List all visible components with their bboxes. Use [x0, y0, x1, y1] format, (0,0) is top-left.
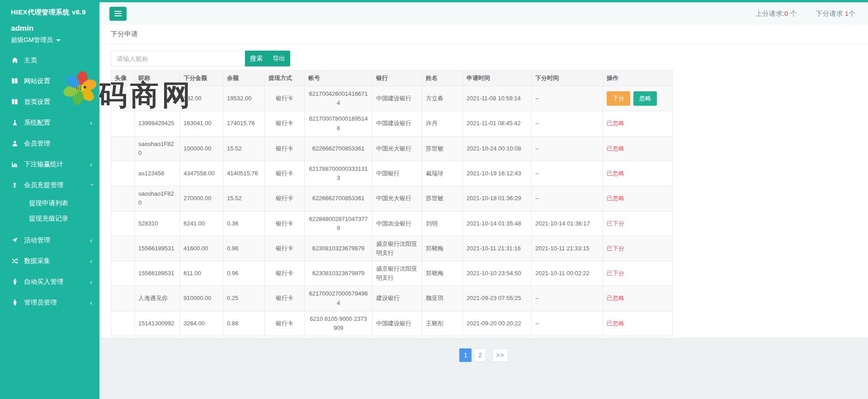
table-row: saoshao1F820 100000.00 15.52 银行卡 6226662…: [111, 136, 673, 161]
sidebar-item-bet-stats[interactable]: 下注输赢统计: [0, 154, 99, 174]
ignore-button[interactable]: 忽略: [633, 91, 657, 106]
chevron-left-icon: [90, 160, 92, 168]
sidebar-item-system-config[interactable]: 系统配置: [0, 112, 99, 133]
cell-bank: 中国农业银行: [373, 211, 422, 236]
cell-amount: 4347558.00: [180, 161, 223, 186]
cell-name: 苏世敏: [422, 136, 463, 161]
member-icon: [11, 140, 19, 147]
sidebar-item-activity-manage[interactable]: 活动管理: [0, 230, 99, 250]
sidebar-item-member-manage[interactable]: 会员管理: [0, 133, 99, 154]
sidebar-item-site-settings[interactable]: 网站设置: [0, 70, 99, 91]
cell-account: 6217000780001695148: [305, 111, 373, 136]
cell-avatar: [111, 236, 135, 261]
cell-action: 已下分: [603, 211, 673, 236]
cell-amount: 41600.00: [180, 236, 223, 261]
sidebar-item-label: 会员管理: [24, 139, 50, 148]
homepage-settings-icon: [11, 98, 19, 105]
hamburger-icon: [114, 11, 122, 12]
cell-balance: 4140515.76: [223, 161, 265, 186]
col-down-time: 下分时间: [532, 70, 603, 86]
sidebar-item-home[interactable]: 主页: [0, 50, 99, 70]
table-row: 人海遇见你 910000.00 0.25 银行卡 621700027000579…: [111, 286, 673, 311]
cell-down-time: --: [532, 161, 603, 186]
cell-amount: 532.00: [180, 86, 223, 111]
cell-account: 6210 8105 9000 2373 909: [305, 311, 373, 336]
cell-down-time: --: [532, 286, 603, 311]
col-nickname: 昵称: [135, 70, 180, 86]
cell-balance: 15.52: [223, 136, 265, 161]
table-row: 532.00 19532.00 银行卡 6217004260014166714 …: [111, 86, 673, 111]
cell-account: 6226662700853361: [305, 136, 373, 161]
col-account: 帐号: [305, 70, 373, 86]
sidebar-item-label: 管理员管理: [24, 298, 57, 307]
table-row: 15566189531 41600.00 0.96 银行卡 6230810323…: [111, 236, 673, 261]
cell-avatar: [111, 86, 135, 111]
admin-manage-icon: [11, 299, 19, 306]
page-button-1[interactable]: 1: [459, 348, 472, 362]
cell-bank: 中国建设银行: [373, 111, 422, 136]
cell-method: 银行卡: [265, 286, 305, 311]
user-role-label: 超级GM管理员: [11, 36, 53, 44]
top-navbar: 上分请求:0 个 下分请求 1个: [99, 0, 868, 25]
sidebar-item-homepage-settings[interactable]: 首页设置: [0, 91, 99, 112]
sidebar-item-admin-manage[interactable]: 管理员管理: [0, 292, 99, 313]
cell-down-time: --: [532, 136, 603, 161]
cell-balance: 0.96: [223, 261, 265, 286]
cell-action: 已忽略: [603, 311, 673, 336]
cell-nickname: saoshao1F820: [135, 186, 180, 211]
user-block: admin 超级GM管理员: [0, 17, 99, 44]
sidebar-item-auto-buy[interactable]: 自动买入管理: [0, 271, 99, 292]
user-role-dropdown[interactable]: 超级GM管理员: [11, 36, 99, 44]
cell-amount: 611.00: [180, 261, 223, 286]
sidebar-item-data-collect[interactable]: 数据采集: [0, 250, 99, 271]
sidebar-item-label: 首页设置: [24, 98, 50, 106]
cell-down-time: --: [532, 111, 603, 136]
up-request-link[interactable]: 上分请求:0 个: [755, 9, 797, 18]
cell-method: 银行卡: [265, 136, 305, 161]
sidebar-subitem-withdraw-recharge-records[interactable]: 提现充值记录: [0, 211, 99, 226]
page-button-2[interactable]: 2: [474, 348, 486, 362]
col-apply-time: 申请时间: [463, 70, 532, 86]
sidebar-item-label: 下注输赢统计: [24, 160, 63, 169]
username: admin: [11, 24, 99, 33]
table-row: 528310 6241.00 0.36 银行卡 6228480028710473…: [111, 211, 673, 236]
search-row: 搜索 导出: [111, 51, 857, 66]
cell-action: 已忽略: [603, 161, 673, 186]
chevron-left-icon: [90, 299, 92, 306]
down-button[interactable]: 下分: [607, 91, 630, 106]
cell-down-time: 2021-10-11 21:33:15: [532, 236, 603, 261]
sidebar-item-recharge-withdraw[interactable]: 会员充提管理: [0, 174, 99, 195]
sidebar-nav: 主页 网站设置 首页设置 系统配置: [0, 50, 99, 313]
cell-bank: 中国光大银行: [373, 136, 422, 161]
chevron-left-icon: [90, 257, 92, 265]
cell-name: 魏亚琪: [422, 286, 463, 311]
cell-apply-time: 2021-09-20 00:20:22: [463, 311, 532, 336]
cell-method: 银行卡: [265, 236, 305, 261]
sidebar-item-label: 主页: [24, 56, 37, 65]
auto-buy-icon: [11, 278, 19, 285]
caret-down-icon: [56, 39, 61, 42]
cell-action: 已下分: [603, 236, 673, 261]
chevron-left-icon: [90, 278, 92, 286]
cell-nickname: 人海遇见你: [135, 286, 180, 311]
search-button[interactable]: 搜索: [245, 51, 268, 66]
next-page-button[interactable]: >>: [492, 348, 508, 362]
cell-nickname: [135, 86, 180, 111]
sidebar-toggle-button[interactable]: [109, 7, 127, 21]
down-request-link[interactable]: 下分请求 1个: [816, 9, 855, 18]
sidebar-subitem-withdraw-apply-list[interactable]: 提现申请列表: [0, 195, 99, 211]
status-badge: 已忽略: [607, 120, 624, 127]
cell-name: 王晓彤: [422, 311, 463, 336]
export-button[interactable]: 导出: [268, 51, 290, 66]
col-avatar: 头像: [111, 70, 135, 86]
col-bank: 银行: [373, 70, 422, 86]
search-input[interactable]: [111, 51, 245, 66]
table-row: 15141300992 3264.00 0.88 银行卡 6210 8105 9…: [111, 311, 673, 336]
cell-action: 已忽略: [603, 186, 673, 211]
cell-balance: 0.96: [223, 236, 265, 261]
table-row: 15566189531 611.00 0.96 银行卡 623081032367…: [111, 261, 673, 286]
cell-nickname: 13998429425: [135, 111, 180, 136]
bet-stats-icon: [11, 160, 19, 168]
down-request-label: 下分请求: [816, 9, 844, 17]
table-row: saoshao1F820 270000.00 15.52 银行卡 6226662…: [111, 186, 673, 211]
